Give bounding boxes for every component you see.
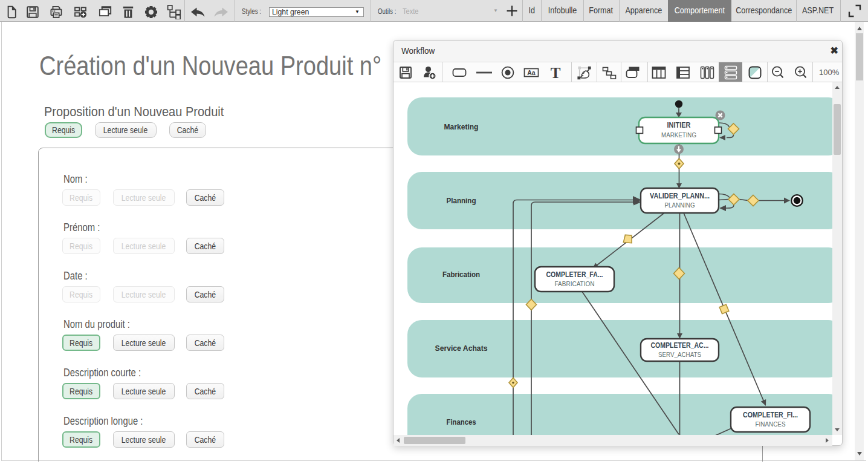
svg-text:FINANCES: FINANCES <box>756 420 786 428</box>
svg-text:FABRICATION: FABRICATION <box>555 280 595 287</box>
svg-text:INITIER: INITIER <box>667 121 691 129</box>
svg-text:Planning: Planning <box>447 197 476 205</box>
svg-text:MARKETING: MARKETING <box>661 131 696 139</box>
svg-text:Finances: Finances <box>447 418 476 426</box>
svg-text:Aa: Aa <box>527 69 536 76</box>
svg-text:Marketing: Marketing <box>444 123 479 131</box>
svg-text:VALIDER_PLANN...: VALIDER_PLANN... <box>650 192 710 200</box>
svg-text:T: T <box>550 65 560 80</box>
svg-text:SERV_ACHATS: SERV_ACHATS <box>658 351 701 358</box>
svg-text:COMPLETER_FI...: COMPLETER_FI... <box>743 411 798 419</box>
svg-text:COMPLETER_FA...: COMPLETER_FA... <box>546 270 603 279</box>
svg-text:Fabrication: Fabrication <box>442 270 480 279</box>
svg-text:COMPLETER_AC...: COMPLETER_AC... <box>651 341 709 350</box>
svg-text:Service Achats: Service Achats <box>435 344 488 353</box>
svg-text:PLANNING: PLANNING <box>665 201 695 209</box>
